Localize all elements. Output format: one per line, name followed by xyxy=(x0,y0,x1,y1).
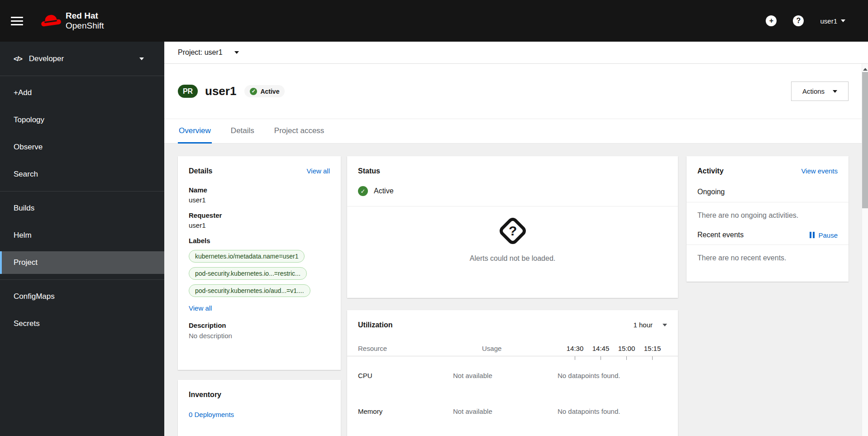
divider xyxy=(347,206,678,206)
label-pill[interactable]: pod-security.kubernetes.io/aud...=v1.... xyxy=(189,284,310,297)
labels-label: Labels xyxy=(189,237,330,244)
help-question-circle-icon[interactable]: ? xyxy=(793,15,804,26)
utilization-card-title: Utilization xyxy=(358,321,392,329)
resource-usage: Not available xyxy=(453,407,558,415)
redhat-hat-icon xyxy=(41,14,61,28)
column-details: Details View all Name user1 Requester us… xyxy=(178,156,341,436)
time-axis-ticks xyxy=(358,356,667,360)
usage-column-header: Usage xyxy=(453,345,558,352)
utilization-row-cpu: CPU Not available No datapoints found. xyxy=(358,372,667,379)
sidebar-item-configmaps[interactable]: ConfigMaps xyxy=(0,285,164,308)
perspective-switcher[interactable]: </> Developer xyxy=(0,42,164,76)
pause-icon xyxy=(810,232,815,238)
utilization-card: Utilization 1 hour Resource Usage 14:30 … xyxy=(347,310,678,436)
perspective-label: Developer xyxy=(29,54,64,63)
sidebar-item-builds[interactable]: Builds xyxy=(0,197,164,220)
utilization-table-header: Resource Usage 14:30 14:45 15:00 15:15 xyxy=(358,345,667,352)
scrollbar-thumb[interactable] xyxy=(862,72,868,208)
time-tick-label: 14:30 xyxy=(562,345,588,352)
main-area: Project: user1 PR user1 ✓ Active Actions… xyxy=(164,42,868,436)
utilization-row-memory: Memory Not available No datapoints found… xyxy=(358,407,667,415)
brand-text: Red Hat OpenShift xyxy=(66,11,104,31)
recent-events-row: Recent events Pause xyxy=(697,231,838,239)
resource-name: Memory xyxy=(358,407,453,415)
check-circle-icon: ✓ xyxy=(250,88,257,95)
scrollbar-up-arrow-icon[interactable] xyxy=(863,68,868,71)
name-label: Name xyxy=(189,186,330,194)
tab-bar: Overview Details Project access xyxy=(164,119,868,144)
brand-line2: OpenShift xyxy=(66,21,104,31)
chevron-down-icon[interactable] xyxy=(234,51,239,54)
label-pill[interactable]: pod-security.kubernetes.io...=restric... xyxy=(189,267,307,280)
user-menu-label: user1 xyxy=(820,17,837,25)
openshift-console: Red Hat OpenShift + ? user1 </> Develope… xyxy=(0,0,868,436)
sidebar-item-secrets[interactable]: Secrets xyxy=(0,312,164,335)
actions-label: Actions xyxy=(802,87,825,95)
sidebar-item-project[interactable]: Project xyxy=(0,251,164,274)
resource-column-header: Resource xyxy=(358,345,453,352)
activity-card: Activity View events Ongoing There are n… xyxy=(687,156,849,282)
sidebar-item-helm[interactable]: Helm xyxy=(0,224,164,247)
nav-group-2: Builds Helm Project xyxy=(0,192,164,280)
pause-label: Pause xyxy=(818,231,838,239)
time-tick-label: 15:00 xyxy=(614,345,639,352)
name-value: user1 xyxy=(189,196,330,204)
sidebar-nav: </> Developer +Add Topology Observe Sear… xyxy=(0,42,164,436)
deployments-link[interactable]: 0 Deployments xyxy=(189,411,234,418)
chevron-down-icon xyxy=(663,324,667,326)
recent-empty-message: There are no recent events. xyxy=(697,254,838,262)
resource-name: CPU xyxy=(358,372,453,379)
nav-group-1: +Add Topology Observe Search xyxy=(0,76,164,192)
ongoing-section-label: Ongoing xyxy=(697,188,838,196)
sidebar-item-add[interactable]: +Add xyxy=(0,81,164,104)
divider xyxy=(687,244,849,245)
details-view-all-link[interactable]: View all xyxy=(307,167,330,175)
inventory-card-title: Inventory xyxy=(189,391,330,399)
brand-line1: Red Hat xyxy=(66,11,104,21)
duration-dropdown[interactable]: 1 hour xyxy=(633,321,667,329)
tab-project-access[interactable]: Project access xyxy=(273,126,325,143)
recent-events-label: Recent events xyxy=(697,231,744,239)
requester-value: user1 xyxy=(189,221,330,229)
inventory-card: Inventory 0 Deployments xyxy=(178,380,341,436)
status-badge-label: Active xyxy=(260,88,279,95)
redhat-openshift-logo: Red Hat OpenShift xyxy=(41,11,104,31)
nav-group-3: ConfigMaps Secrets xyxy=(0,280,164,340)
page-title: user1 xyxy=(205,84,236,98)
details-card-title: Details xyxy=(189,167,212,175)
sidebar-item-topology[interactable]: Topology xyxy=(0,109,164,131)
column-activity: Activity View events Ongoing There are n… xyxy=(687,156,849,436)
resource-chart-empty: No datapoints found. xyxy=(558,372,620,379)
alerts-error-message: Alerts could not be loaded. xyxy=(358,254,667,263)
label-pill[interactable]: kubernetes.io/metadata.name=user1 xyxy=(189,250,305,263)
overview-dashboard: Details View all Name user1 Requester us… xyxy=(164,144,868,436)
column-status-utilization: Status ✓ Active ? Alerts could not be lo… xyxy=(347,156,678,436)
status-card: Status ✓ Active ? Alerts could not be lo… xyxy=(347,156,678,298)
hamburger-menu-icon[interactable] xyxy=(11,17,23,25)
project-selector-bar: Project: user1 xyxy=(164,42,868,64)
code-icon: </> xyxy=(14,55,22,62)
vertical-scrollbar[interactable] xyxy=(862,64,868,436)
chevron-down-icon xyxy=(139,57,144,60)
add-plus-circle-icon[interactable]: + xyxy=(766,15,777,26)
resource-usage: Not available xyxy=(453,372,558,379)
status-badge: ✓ Active xyxy=(244,85,285,97)
sidebar-item-search[interactable]: Search xyxy=(0,163,164,186)
masthead: Red Hat OpenShift + ? user1 xyxy=(0,0,868,42)
tab-overview[interactable]: Overview xyxy=(178,126,212,143)
actions-dropdown-button[interactable]: Actions xyxy=(791,81,849,101)
requester-label: Requester xyxy=(189,211,330,219)
check-circle-icon: ✓ xyxy=(358,186,368,196)
project-selector[interactable]: Project: user1 xyxy=(178,48,223,57)
labels-view-all-link[interactable]: View all xyxy=(189,304,212,312)
tab-details[interactable]: Details xyxy=(230,126,255,143)
user-menu[interactable]: user1 xyxy=(820,17,845,25)
description-label: Description xyxy=(189,321,330,329)
pause-events-button[interactable]: Pause xyxy=(810,231,838,239)
details-card: Details View all Name user1 Requester us… xyxy=(178,156,341,370)
chevron-down-icon xyxy=(833,90,837,93)
activity-card-title: Activity xyxy=(697,167,724,175)
page-header: PR user1 ✓ Active Actions xyxy=(164,64,868,119)
view-events-link[interactable]: View events xyxy=(801,167,838,175)
sidebar-item-observe[interactable]: Observe xyxy=(0,136,164,158)
